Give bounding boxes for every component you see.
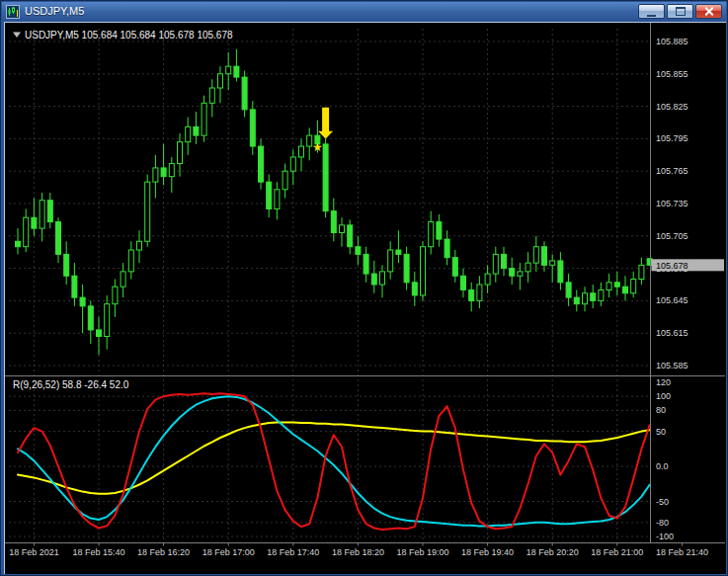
chart-canvas: 105.885105.855105.825105.795105.765105.7… bbox=[5, 23, 725, 573]
candle-body bbox=[234, 66, 239, 77]
maximize-button[interactable] bbox=[667, 4, 693, 19]
price-tick-label: 105.885 bbox=[656, 37, 688, 46]
candle-body bbox=[461, 276, 466, 289]
candle-body bbox=[97, 330, 102, 337]
candle-body bbox=[356, 247, 361, 255]
indicator-tick-label: 0.0 bbox=[656, 461, 669, 471]
candle-body bbox=[380, 272, 385, 285]
close-button[interactable] bbox=[695, 4, 722, 19]
candle-body bbox=[178, 142, 183, 164]
candle-body bbox=[331, 211, 336, 233]
chart-icon bbox=[6, 5, 20, 19]
window-controls bbox=[638, 4, 722, 19]
minimize-icon bbox=[647, 7, 656, 17]
candle-body bbox=[550, 261, 555, 265]
price-tick-label: 105.735 bbox=[656, 199, 688, 208]
candle-body bbox=[518, 272, 523, 276]
candle-body bbox=[623, 287, 628, 293]
candle-body bbox=[32, 217, 37, 228]
time-tick-label: 18 Feb 17:40 bbox=[267, 547, 319, 557]
candle-body bbox=[452, 258, 457, 277]
candle-body bbox=[542, 247, 547, 266]
title-bar[interactable]: USDJPY,M5 bbox=[2, 2, 726, 21]
time-tick-label: 18 Feb 19:40 bbox=[461, 547, 514, 557]
close-icon bbox=[704, 7, 713, 16]
indicator-tick-label: -100 bbox=[656, 532, 674, 541]
time-tick-label: 18 Feb 20:20 bbox=[526, 547, 579, 557]
time-tick-label: 18 Feb 21:00 bbox=[591, 547, 643, 557]
candle-body bbox=[599, 289, 604, 300]
time-tick-label: 18 Feb 16:20 bbox=[137, 547, 190, 557]
candle-body bbox=[218, 74, 223, 88]
indicator-tick-label: 50 bbox=[656, 427, 666, 437]
candle-body bbox=[153, 168, 158, 182]
candle-body bbox=[396, 250, 401, 254]
candle-body bbox=[145, 182, 150, 241]
candle-body bbox=[445, 239, 449, 258]
candle-body bbox=[242, 77, 247, 110]
candle-body bbox=[639, 265, 644, 279]
candle-body bbox=[161, 168, 166, 177]
candle-body bbox=[290, 157, 295, 171]
price-tick-label: 105.585 bbox=[656, 361, 688, 370]
candle-body bbox=[226, 66, 231, 74]
time-tick-label: 18 Feb 21:40 bbox=[656, 547, 708, 557]
candle-body bbox=[510, 269, 515, 277]
time-tick-label: 18 Feb 19:00 bbox=[396, 547, 448, 557]
candle-body bbox=[72, 276, 77, 297]
candle-body bbox=[307, 135, 312, 146]
candle-body bbox=[558, 261, 563, 283]
time-tick-label: 18 Feb 15:40 bbox=[72, 547, 124, 557]
indicator-readout: R(9,26,52) 58.8 -26.4 52.0 bbox=[13, 379, 129, 390]
price-tick-label: 105.795 bbox=[656, 133, 688, 143]
candle-body bbox=[80, 297, 85, 306]
maximize-icon bbox=[676, 7, 686, 16]
time-tick-label: 18 Feb 18:20 bbox=[332, 547, 384, 557]
candle-body bbox=[574, 297, 579, 304]
candle-body bbox=[348, 225, 353, 247]
candle-body bbox=[591, 293, 596, 301]
indicator-tick-label: 120 bbox=[656, 377, 671, 387]
candle-body bbox=[412, 283, 417, 295]
price-tick-label: 105.615 bbox=[656, 328, 688, 338]
ohlc-text: USDJPY,M5 105.684 105.684 105.678 105.67… bbox=[25, 30, 233, 41]
time-tick-label: 18 Feb 2021 bbox=[9, 547, 59, 557]
window-title: USDJPY,M5 bbox=[25, 2, 84, 21]
candle-body bbox=[502, 254, 507, 268]
candle-body bbox=[631, 280, 636, 293]
price-tick-label: 105.765 bbox=[656, 166, 688, 176]
minimize-button[interactable] bbox=[638, 4, 665, 19]
indicator-tick-label: -50 bbox=[656, 497, 669, 507]
candle-body bbox=[283, 171, 287, 190]
candle-body bbox=[275, 190, 280, 209]
candle-body bbox=[267, 182, 272, 208]
candle-body bbox=[388, 250, 393, 272]
time-tick-label: 18 Feb 17:00 bbox=[202, 547, 255, 557]
candle-body bbox=[485, 274, 490, 285]
candle-body bbox=[250, 110, 255, 146]
candle-body bbox=[186, 126, 191, 141]
candle-body bbox=[47, 201, 52, 222]
price-tick-label: 105.705 bbox=[656, 231, 688, 241]
candle-body bbox=[429, 222, 434, 247]
candle-body bbox=[421, 247, 426, 295]
chart-window: USDJPY,M5 105.885105.855105.825105.79510… bbox=[0, 0, 728, 576]
price-tick-label: 105.825 bbox=[656, 102, 688, 112]
current-price-label: 105.678 bbox=[656, 261, 688, 271]
candle-body bbox=[607, 283, 611, 290]
candle-body bbox=[299, 146, 304, 157]
candle-body bbox=[364, 254, 368, 274]
candle-body bbox=[137, 241, 142, 250]
price-tick-label: 105.855 bbox=[656, 69, 688, 79]
indicator-text: R(9,26,52) 58.8 -26.4 52.0 bbox=[13, 379, 129, 390]
candle-body bbox=[437, 222, 442, 239]
candle-body bbox=[404, 254, 409, 282]
candle-body bbox=[56, 222, 61, 255]
candle-body bbox=[583, 293, 588, 304]
candle-body bbox=[526, 263, 530, 272]
candle-body bbox=[40, 201, 44, 228]
candle-body bbox=[16, 241, 21, 246]
indicator-tick-label: -80 bbox=[656, 518, 669, 528]
ohlc-readout: USDJPY,M5 105.684 105.684 105.678 105.67… bbox=[13, 30, 233, 41]
chart-area[interactable]: 105.885105.855105.825105.795105.765105.7… bbox=[4, 22, 726, 574]
